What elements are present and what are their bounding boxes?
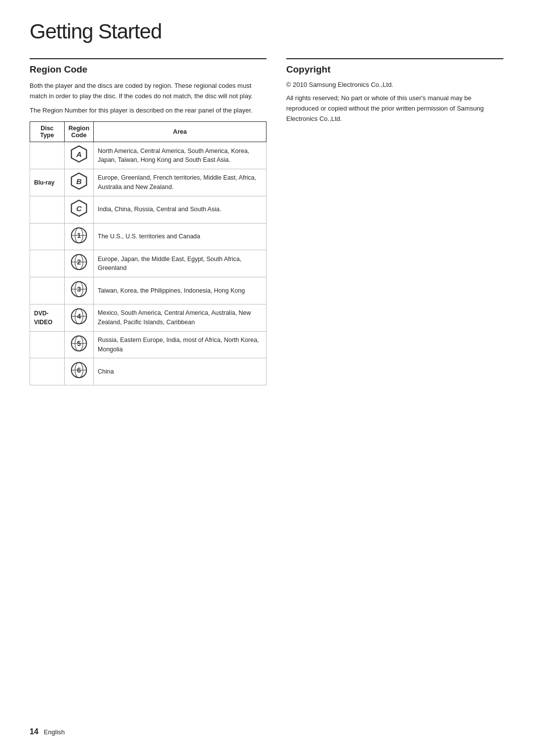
region-3-icon: 3 [70,280,88,298]
region-icon-cell: 3 [64,277,93,304]
copyright-year: © 2010 Samsung Electronics Co.,Ltd. [286,81,503,88]
copyright-heading: Copyright [286,64,503,75]
region-icon-cell: C [64,196,93,223]
page-footer: 14 English [30,727,65,736]
table-row: Blu-ray B Europe, Greenland, French terr… [30,169,266,196]
table-row: 5 Russia, Eastern Europe, India, most of… [30,331,266,358]
region-icon-cell: 6 [64,358,93,385]
page-number: 14 [30,727,38,736]
area-cell: Russia, Eastern Europe, India, most of A… [94,331,266,358]
region-A-icon: A [70,145,88,163]
region-intro-1: Both the player and the discs are coded … [30,81,266,102]
region-1-icon: 1 [70,227,88,244]
svg-text:A: A [76,151,81,159]
area-cell: Mexico, South America, Central America, … [94,304,266,331]
region-table: Disc Type RegionCode Area A North Americ… [30,121,266,385]
table-row: 2 Europe, Japan, the Middle East, Egypt,… [30,250,266,277]
svg-text:4: 4 [77,312,81,320]
region-code-section: Region Code Both the player and the disc… [30,58,266,385]
area-cell: India, China, Russia, Central and South … [94,196,266,223]
region-2-icon: 2 [70,253,88,271]
disc-type-cell: DVD-VIDEO [30,304,65,331]
svg-text:B: B [76,177,81,186]
region-code-heading: Region Code [30,58,266,75]
area-cell: Europe, Japan, the Middle East, Egypt, S… [94,250,266,277]
table-row: 6 China [30,358,266,385]
table-row: A North America, Central America, South … [30,142,266,169]
region-icon-cell: A [64,142,93,169]
region-icon-cell: B [64,169,93,196]
region-4-icon: 4 [70,307,88,325]
disc-type-cell: Blu-ray [30,169,65,196]
area-cell: Europe, Greenland, French territories, M… [94,169,266,196]
svg-text:2: 2 [77,259,81,266]
disc-type-cell [30,142,65,169]
svg-text:6: 6 [77,367,81,375]
table-row: 3 Taiwan, Korea, the Philippines, Indone… [30,277,266,304]
page-title: Getting Started [30,20,503,43]
region-B-icon: B [70,172,88,190]
col-disc-type: Disc Type [30,122,65,142]
svg-text:3: 3 [77,286,81,294]
svg-text:5: 5 [77,340,81,347]
disc-type-cell [30,196,65,223]
disc-type-cell [30,277,65,304]
table-row: DVD-VIDEO 4 Mexico, South America, Centr… [30,304,266,331]
region-icon-cell: 4 [64,304,93,331]
area-cell: Taiwan, Korea, the Philippines, Indonesi… [94,277,266,304]
region-icon-cell: 2 [64,250,93,277]
region-5-icon: 5 [70,335,88,352]
language-label: English [44,728,65,736]
area-cell: North America, Central America, South Am… [94,142,266,169]
region-6-icon: 6 [70,361,88,379]
svg-text:1: 1 [77,231,81,239]
col-area: Area [94,122,266,142]
region-icon-cell: 1 [64,223,93,250]
region-C-icon: C [70,199,88,217]
area-cell: China [94,358,266,385]
svg-text:C: C [76,204,82,213]
disc-type-cell [30,223,65,250]
table-row: 1 The U.S., U.S. territories and Canada [30,223,266,250]
region-icon-cell: 5 [64,331,93,358]
disc-type-cell [30,250,65,277]
copyright-body: All rights reserved; No part or whole of… [286,93,503,124]
col-region-code: RegionCode [64,122,93,142]
table-row: C India, China, Russia, Central and Sout… [30,196,266,223]
disc-type-cell [30,331,65,358]
region-intro-2: The Region Number for this player is des… [30,106,266,116]
copyright-section: Copyright © 2010 Samsung Electronics Co.… [286,58,503,124]
area-cell: The U.S., U.S. territories and Canada [94,223,266,250]
disc-type-cell [30,358,65,385]
